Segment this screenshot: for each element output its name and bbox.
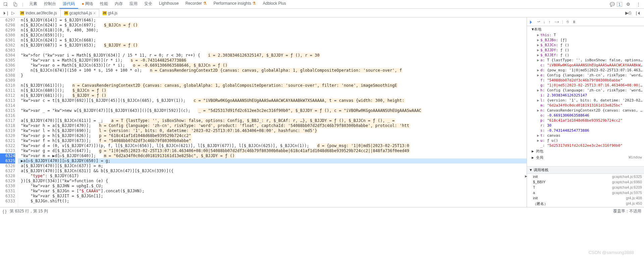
- tab-网络[interactable]: ● 网络: [78, 0, 97, 9]
- more-icon[interactable]: ⋮: [634, 1, 643, 7]
- tab-性能[interactable]: 性能: [97, 0, 111, 9]
- scope-var-u[interactable]: ▶u: ƒ u(): [527, 138, 644, 143]
- stack-frame[interactable]: $_BBIYgcaptcha4.js:6960: [527, 179, 644, 185]
- step-over-icon[interactable]: ⤻: [537, 19, 540, 24]
- file-tab-gcaptcha4.js[interactable]: JSgcaptcha4.js×: [60, 9, 99, 17]
- tab-安全[interactable]: 安全: [141, 0, 156, 9]
- scope-var-c[interactable]: c: "iVBORw0KGgoAAAANSUhEUgAAASwAAACWCAYA…: [527, 63, 644, 68]
- device-icon[interactable]: [11, 1, 19, 8]
- scope-var-h[interactable]: ▶h: Config {language: 'zh-cn', riskType:…: [527, 88, 644, 93]
- scope-var-$_BJJCn[interactable]: ▶$_BJJCn: ƒ (): [527, 43, 644, 48]
- settings-icon[interactable]: ⚙: [624, 1, 632, 7]
- js-icon: JS: [64, 11, 68, 15]
- stack-frame[interactable]: initgcaptcha4.js:6325: [527, 174, 644, 179]
- tab-adblock-plus[interactable]: Adblock Plus: [259, 0, 289, 9]
- scope-var-i[interactable]: i: 2.3038346126325147: [527, 93, 644, 98]
- scope-var-a[interactable]: ▶a: T {lastType: '', isBoxShow: false, o…: [527, 58, 644, 63]
- debugger-controls: ⏵ ⤻ ↓ ↑ →• | ⦸ ⏸: [527, 17, 644, 26]
- scope-var-e[interactable]: ▶e: Config {language: 'zh-cn', riskType:…: [527, 73, 644, 78]
- scope-var-n[interactable]: ▶n: CanvasRenderingContext2D {canvas: ca…: [527, 108, 644, 113]
- stack-frame[interactable]: agcaptcha4.js:5975: [527, 190, 644, 195]
- stack-frame[interactable]: Tgcaptcha4.js:6209: [527, 185, 644, 190]
- format-icon[interactable]: { }: [3, 209, 6, 214]
- scope-var-f[interactable]: f: "54088bb07d2df3c46b79f80300b0abbe": [527, 78, 644, 83]
- pause-exc-icon[interactable]: ⏸: [572, 20, 576, 24]
- stack-frame[interactable]: （匿名）gt4.js:450: [527, 201, 644, 207]
- file-tab-gt4.js[interactable]: JSgt4.js: [99, 9, 121, 17]
- scope-var-o[interactable]: o: -0.6691306063588646: [527, 113, 644, 118]
- cursor-position: 第 6325 行，第 15 列: [10, 208, 48, 214]
- resume-icon[interactable]: ▷: [10, 10, 16, 15]
- callstack-panel[interactable]: initgcaptcha4.js:6325$_BBIYgcaptcha4.js:…: [527, 174, 644, 207]
- messages-icon[interactable]: 💬: [610, 2, 615, 7]
- sidebar-toggle-icon[interactable]: |⏴: [635, 10, 643, 15]
- file-tab-index.ae3fec8e.js[interactable]: JSindex.ae3fec8e.js: [17, 9, 60, 17]
- step-out-icon[interactable]: ↑: [549, 20, 551, 24]
- scope-closure[interactable]: ▶ 闭包: [527, 148, 644, 154]
- scope-var-d[interactable]: ▶d: {pow_msg: '1|0|md5|2023-02-25T13:07:…: [527, 68, 644, 73]
- debugger-sidebar: ⏵ ⤻ ↓ ↑ →• | ⦸ ⏸ ▼本地 ▶this: T▶$_BJJBo: […: [527, 17, 644, 207]
- close-icon[interactable]: ×: [93, 11, 95, 15]
- nav-toggle-icon[interactable]: ⏵|: [1, 10, 9, 15]
- scope-var-_[interactable]: _: "5d25317d91fd2c612ee3c2ec316f90b0": [527, 143, 644, 148]
- scope-var-p[interactable]: p: "618c41af1d1048d68be939529b724cc2": [527, 118, 644, 123]
- scope-local-header[interactable]: ▼本地: [527, 26, 644, 32]
- tab-元素[interactable]: 元素: [26, 0, 41, 9]
- scope-var-s[interactable]: s: -0.7431448254773886: [527, 128, 644, 133]
- tab-performance-insights[interactable]: Performance insights ⚗: [210, 0, 259, 9]
- step-icon[interactable]: →•: [554, 20, 559, 24]
- scope-var-r[interactable]: r: 30: [527, 123, 644, 128]
- coverage-status: 覆盖率：不适用: [613, 208, 641, 214]
- scope-var-m[interactable]: m: "6d2a34f0c0dcd0181913161d13e825bc": [527, 103, 644, 108]
- svg-rect-2: [15, 4, 17, 7]
- scope-var-$_BJJBo[interactable]: ▶$_BJJBo: [ƒ]: [527, 38, 644, 43]
- tab-应用[interactable]: 应用: [126, 0, 141, 9]
- screencast-icon[interactable]: ▶⎙: [624, 10, 633, 15]
- resume-button[interactable]: ⏵: [529, 19, 534, 24]
- devtools-toolbar: | 元素控制台源代码● 网络性能内存应用安全LighthouseRecorder…: [0, 0, 644, 9]
- tab-内存[interactable]: 内存: [111, 0, 126, 9]
- scope-var-l[interactable]: ▶l: {version: '1', bits: 0, datetime: '2…: [527, 98, 644, 103]
- file-tabs-bar: ⏵| ▷ JSindex.ae3fec8e.jsJSgcaptcha4.js×J…: [0, 9, 644, 17]
- inspect-icon[interactable]: [1, 1, 10, 8]
- js-icon: JS: [103, 11, 107, 15]
- messages-count[interactable]: 1: [617, 2, 622, 7]
- main-area: 6297629862996300630163026303630463056306…: [0, 17, 644, 207]
- js-icon: JS: [20, 11, 24, 15]
- scope-var-g[interactable]: g: "1|0|md5|2023-02-25T13:07:16.463406+0…: [527, 83, 644, 88]
- scope-var-$_BJJEf[interactable]: ▶$_BJJEf: ƒ (): [527, 53, 644, 58]
- status-bar: { } 第 6325 行，第 15 列 覆盖率：不适用: [0, 207, 644, 215]
- tab-控制台[interactable]: 控制台: [41, 0, 59, 9]
- tab-recorder[interactable]: Recorder ⚗: [182, 0, 210, 9]
- scope-global[interactable]: ▶ 全局Window: [527, 154, 644, 161]
- deactivate-bp-icon[interactable]: ⦸: [567, 19, 569, 24]
- stack-frame[interactable]: initgt4.js:408: [527, 195, 644, 201]
- tab-lighthouse[interactable]: Lighthouse: [156, 0, 182, 9]
- tab-源代码[interactable]: 源代码: [59, 0, 78, 9]
- scope-var-t[interactable]: ▶t: canvas: [527, 133, 644, 138]
- scope-var-this[interactable]: ▶this: T: [527, 32, 644, 38]
- line-gutter[interactable]: 6297629862996300630163026303630463056306…: [0, 17, 18, 207]
- scope-panel[interactable]: ▼本地 ▶this: T▶$_BJJBo: [ƒ]▶$_BJJCn: ƒ ()▶…: [527, 26, 644, 166]
- step-into-icon[interactable]: ↓: [543, 20, 545, 24]
- code-editor[interactable]: n[$_BJJDY(614)] = $_BJJDY(646);n[$_BJJCn…: [18, 17, 527, 207]
- callstack-header[interactable]: ▼ 调用堆栈: [527, 166, 644, 174]
- scope-var-$_BJJDY[interactable]: ▶$_BJJDY: ƒ (): [527, 48, 644, 53]
